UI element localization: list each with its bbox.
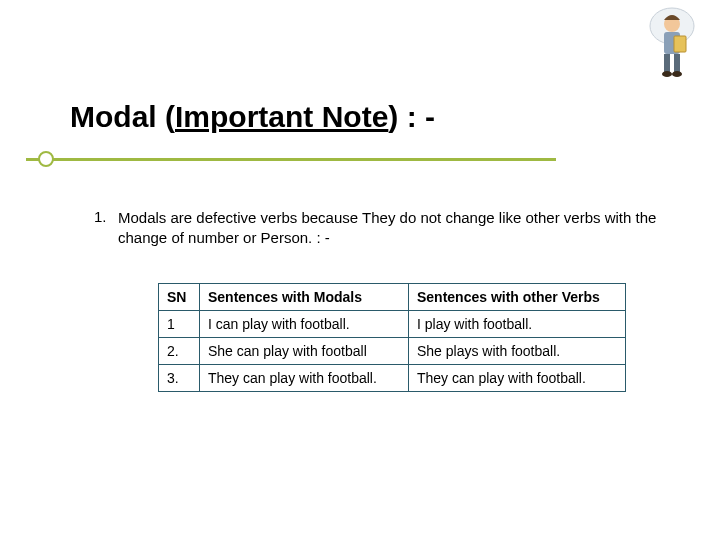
cell-modals: She can play with football	[200, 338, 409, 365]
svg-rect-4	[664, 54, 670, 72]
cell-sn: 1	[159, 311, 200, 338]
svg-point-6	[662, 71, 672, 77]
table-row: 3. They can play with football. They can…	[159, 365, 626, 392]
header-sn: SN	[159, 284, 200, 311]
title-rule	[26, 158, 556, 161]
title-pre: Modal (	[70, 100, 175, 133]
table-row: 2. She can play with football She plays …	[159, 338, 626, 365]
list-number: 1.	[94, 208, 107, 225]
cell-other: I play with football.	[409, 311, 626, 338]
cell-sn: 3.	[159, 365, 200, 392]
table-header-row: SN Sentences with Modals Sentences with …	[159, 284, 626, 311]
body-text: Modals are defective verbs because They …	[118, 208, 674, 249]
cell-modals: They can play with football.	[200, 365, 409, 392]
table-row: 1 I can play with football. I play with …	[159, 311, 626, 338]
cell-modals: I can play with football.	[200, 311, 409, 338]
cell-other: She plays with football.	[409, 338, 626, 365]
svg-point-7	[672, 71, 682, 77]
title-post: ) : -	[388, 100, 435, 133]
header-modals: Sentences with Modals	[200, 284, 409, 311]
title-rule-dot	[38, 151, 54, 167]
svg-rect-5	[674, 54, 680, 72]
cell-sn: 2.	[159, 338, 200, 365]
slide-title: Modal (Important Note) : -	[70, 100, 435, 134]
mascot-image	[644, 6, 700, 78]
cell-other: They can play with football.	[409, 365, 626, 392]
slide: Modal (Important Note) : - 1. Modals are…	[0, 0, 720, 540]
examples-table: SN Sentences with Modals Sentences with …	[158, 283, 626, 392]
title-underline: Important Note	[175, 100, 388, 133]
header-other: Sentences with other Verbs	[409, 284, 626, 311]
svg-rect-3	[674, 36, 686, 52]
